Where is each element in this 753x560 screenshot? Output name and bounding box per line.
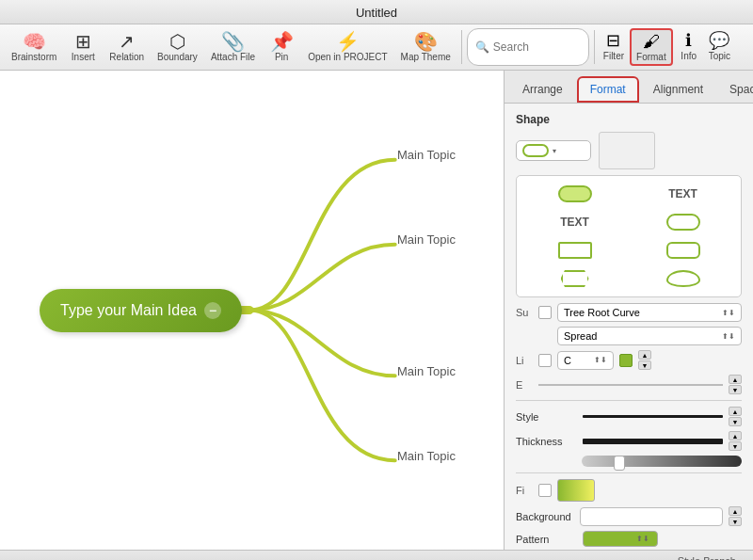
- info-button[interactable]: ℹ Info: [675, 28, 703, 66]
- shape-rect-outline[interactable]: [522, 238, 627, 263]
- background-input[interactable]: [580, 507, 723, 526]
- open-in-project-icon: ⚡: [336, 32, 360, 51]
- pattern-label: Pattern: [516, 534, 577, 545]
- thickness-label: Thickness: [516, 436, 577, 447]
- title-bar: Untitled: [0, 0, 753, 24]
- subtopic-row: Su Tree Root Curve ⬆⬇: [516, 303, 742, 322]
- central-node-text: Type your Main Idea: [60, 302, 197, 319]
- spread-row: Spread ⬆⬇: [516, 327, 742, 345]
- search-icon: 🔍: [475, 40, 489, 54]
- bg-up[interactable]: ▲: [729, 506, 742, 516]
- spread-select[interactable]: Spread ⬆⬇: [557, 327, 742, 345]
- thickness-up[interactable]: ▲: [729, 431, 742, 440]
- line-label: Li: [516, 355, 533, 366]
- canvas[interactable]: Type your Main Idea − Main Topic Main To…: [0, 71, 504, 550]
- style-down[interactable]: ▼: [729, 417, 742, 426]
- e-down[interactable]: ▼: [729, 385, 742, 394]
- central-node[interactable]: Type your Main Idea −: [40, 289, 242, 332]
- line-checkbox[interactable]: [538, 354, 552, 367]
- line-stepper: ▲ ▼: [638, 350, 651, 370]
- style-up[interactable]: ▲: [729, 407, 742, 416]
- shape-text-1[interactable]: TEXT: [631, 182, 735, 206]
- boundary-button[interactable]: ⬡ Boundary: [152, 28, 203, 66]
- spread-chevron: ⬆⬇: [722, 332, 735, 341]
- shape-oval-outline[interactable]: [631, 210, 735, 234]
- tab-alignment[interactable]: Alignment: [641, 76, 715, 103]
- pattern-row: Pattern ⬆⬇: [516, 531, 742, 547]
- gradient-thumb[interactable]: [614, 456, 625, 471]
- brainstorm-icon: 🧠: [23, 32, 46, 51]
- branch-1: Main Topic: [397, 148, 456, 162]
- window-title: Untitled: [356, 6, 397, 20]
- shape-preview: [522, 144, 549, 157]
- map-theme-button[interactable]: 🎨 Map Theme: [395, 28, 457, 66]
- shape-picker: TEXT TEXT: [516, 175, 742, 297]
- tab-spacing[interactable]: Spacing: [717, 76, 753, 103]
- collapse-button[interactable]: −: [204, 302, 221, 319]
- boundary-icon: ⬡: [169, 32, 185, 51]
- style-branch-label: Style Branch: [678, 555, 736, 561]
- e-up[interactable]: ▲: [729, 375, 742, 384]
- divider-1: [516, 400, 742, 401]
- filter-button[interactable]: ⊟ Filter: [600, 28, 628, 66]
- shape-cloud[interactable]: [631, 266, 735, 291]
- branch-type-select[interactable]: Tree Root Curve ⬆⬇: [557, 303, 742, 322]
- toolbar-divider-2: [594, 30, 595, 64]
- attach-file-icon: 📎: [221, 32, 245, 51]
- pin-button[interactable]: 📌 Pin: [263, 28, 300, 66]
- pattern-selector[interactable]: ⬆⬇: [583, 531, 658, 547]
- divider-2: [516, 472, 742, 473]
- line-chevron: ⬆⬇: [594, 356, 607, 364]
- style-line-preview: [583, 415, 723, 418]
- shape-dropdown[interactable]: ▾: [516, 140, 591, 161]
- relation-button[interactable]: ↗ Relation: [104, 28, 150, 66]
- shape-text-2[interactable]: TEXT: [522, 210, 627, 234]
- shape-rect-rounded[interactable]: [631, 238, 735, 263]
- shape-hexagon[interactable]: [522, 266, 627, 291]
- insert-button[interactable]: ⊞ Insert: [64, 28, 102, 66]
- right-panel: Arrange Format Alignment Spacing Shape ▾: [504, 71, 753, 550]
- line-row: Li C ⬆⬇ ▲ ▼: [516, 350, 742, 370]
- open-in-project-button[interactable]: ⚡ Open in PROJECT: [302, 28, 393, 66]
- e-line: [538, 384, 723, 386]
- branch-type-chevron: ⬆⬇: [722, 309, 735, 317]
- thickness-down[interactable]: ▼: [729, 441, 742, 451]
- line-up[interactable]: ▲: [638, 350, 651, 360]
- e-stepper: ▲ ▼: [729, 375, 742, 394]
- attach-file-button[interactable]: 📎 Attach File: [205, 28, 261, 66]
- line-down[interactable]: ▼: [638, 360, 651, 370]
- line-select[interactable]: C ⬆⬇: [557, 351, 614, 370]
- relation-icon: ↗: [119, 32, 135, 51]
- brainstorm-button[interactable]: 🧠 Brainstorm: [6, 28, 62, 66]
- bg-down[interactable]: ▼: [729, 517, 742, 526]
- info-icon: ℹ: [685, 30, 692, 51]
- branch-3: Main Topic: [397, 364, 456, 378]
- search-input[interactable]: [493, 40, 581, 54]
- shape-box-preview: [599, 132, 655, 169]
- gradient-slider[interactable]: [582, 456, 742, 467]
- fill-label: Fi: [516, 485, 533, 496]
- subtopic-checkbox[interactable]: [538, 306, 552, 319]
- search-container: 🔍: [467, 28, 589, 66]
- format-button[interactable]: 🖌 Format: [630, 28, 673, 66]
- shape-filled-oval[interactable]: [522, 182, 627, 206]
- line-color[interactable]: [619, 354, 633, 367]
- shape-section-label: Shape: [516, 113, 742, 126]
- toolbar-divider: [461, 30, 462, 64]
- chevron-down-icon: ▾: [553, 147, 556, 155]
- panel-tabs: Arrange Format Alignment Spacing: [505, 71, 753, 104]
- toolbar: 🧠 Brainstorm ⊞ Insert ↗ Relation ⬡ Bound…: [0, 24, 753, 71]
- subtopic-label: Su: [516, 307, 533, 318]
- style-stepper: ▲ ▼: [729, 407, 742, 426]
- tab-format[interactable]: Format: [577, 76, 639, 103]
- topic-button[interactable]: 💬 Topic: [705, 28, 734, 66]
- insert-icon: ⊞: [75, 32, 91, 51]
- fill-checkbox[interactable]: [538, 484, 552, 497]
- shape-row: ▾: [516, 132, 742, 169]
- tab-arrange[interactable]: Arrange: [510, 76, 575, 103]
- main-area: Type your Main Idea − Main Topic Main To…: [0, 71, 753, 550]
- thickness-line-preview: [583, 439, 723, 444]
- fill-preview[interactable]: [557, 479, 595, 502]
- background-label: Background: [516, 511, 574, 522]
- branch-2: Main Topic: [397, 232, 456, 247]
